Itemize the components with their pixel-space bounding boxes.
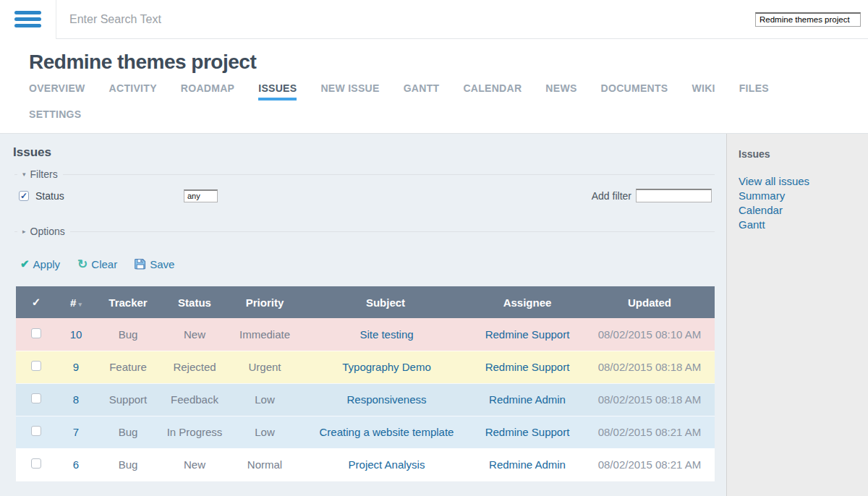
sort-desc-icon: ▾ xyxy=(78,301,82,308)
column-header-assignee[interactable]: Assignee xyxy=(470,286,584,318)
issue-status: New xyxy=(161,318,229,351)
tab-issues[interactable]: ISSUES xyxy=(258,82,297,101)
project-jump-select[interactable]: Redmine themes project xyxy=(755,12,861,27)
tab-settings[interactable]: SETTINGS xyxy=(29,108,81,127)
content-area: Issues ▾ Filters ✓ Status any Add filter xyxy=(0,134,868,496)
tab-gantt[interactable]: GANTT xyxy=(404,82,440,101)
column-header-priority[interactable]: Priority xyxy=(229,286,301,318)
add-filter-label: Add filter xyxy=(592,190,631,202)
issue-updated: 08/02/2015 08:10 AM xyxy=(584,318,715,351)
tab-new-issue[interactable]: NEW ISSUE xyxy=(320,82,379,101)
filters-legend-label: Filters xyxy=(30,168,58,180)
issue-subject-link[interactable]: Site testing xyxy=(359,328,413,341)
status-operator-select[interactable]: any xyxy=(184,189,218,202)
search-input[interactable] xyxy=(69,13,755,26)
save-label: Save xyxy=(150,258,174,270)
row-checkbox[interactable] xyxy=(31,426,41,436)
status-filter-checkbox[interactable]: ✓ xyxy=(19,191,29,201)
row-checkbox[interactable] xyxy=(31,328,41,338)
issues-heading: Issues xyxy=(13,145,716,160)
issue-assignee-link[interactable]: Redmine Support xyxy=(485,426,570,438)
column-header-tracker[interactable]: Tracker xyxy=(95,286,161,318)
row-checkbox[interactable] xyxy=(31,393,41,403)
row-checkbox[interactable] xyxy=(31,361,41,371)
options-fieldset: ▸ Options xyxy=(14,226,715,237)
tab-calendar[interactable]: CALENDAR xyxy=(463,82,522,101)
check-icon: ✔ xyxy=(20,257,30,270)
sidebar-link-calendar[interactable]: Calendar xyxy=(739,203,861,218)
column-header-id[interactable]: #▾ xyxy=(56,286,95,318)
issue-row: 7 Bug In Progress Low Creating a website… xyxy=(16,416,715,448)
tab-documents[interactable]: DOCUMENTS xyxy=(601,82,668,101)
issue-priority: Urgent xyxy=(229,351,301,383)
issue-row: 6 Bug New Normal Project Analysis Redmin… xyxy=(16,448,715,481)
filters-fieldset: ▾ Filters ✓ Status any Add filter xyxy=(14,168,715,214)
sidebar-link-view-all-issues[interactable]: View all issues xyxy=(739,174,861,189)
issue-status: Rejected xyxy=(161,351,229,383)
tab-activity[interactable]: ACTIVITY xyxy=(109,82,157,101)
hamburger-icon xyxy=(14,11,41,14)
sidebar-heading: Issues xyxy=(739,148,861,160)
filter-actions: ✔ Apply ↻ Clear Save xyxy=(20,257,716,270)
sidebar-link-gantt[interactable]: Gantt xyxy=(739,218,861,232)
project-header: Redmine themes project OVERVIEW ACTIVITY… xyxy=(0,39,868,134)
issue-status: New xyxy=(161,448,229,481)
main-column: Issues ▾ Filters ✓ Status any Add filter xyxy=(0,134,726,496)
tab-overview[interactable]: OVERVIEW xyxy=(29,82,85,101)
row-checkbox[interactable] xyxy=(31,458,41,469)
clear-label: Clear xyxy=(91,258,117,270)
issue-row: 8 Support Feedback Low Responsiveness Re… xyxy=(16,383,715,416)
filters-legend[interactable]: ▾ Filters xyxy=(17,168,63,180)
issue-id-link[interactable]: 6 xyxy=(73,458,79,471)
options-legend-label: Options xyxy=(30,226,65,237)
tab-roadmap[interactable]: ROADMAP xyxy=(181,82,234,101)
options-legend[interactable]: ▸ Options xyxy=(17,226,70,237)
issue-assignee-link[interactable]: Redmine Admin xyxy=(489,458,566,471)
right-sidebar: Issues View all issues Summary Calendar … xyxy=(726,134,868,496)
status-filter-row: ✓ Status xyxy=(19,190,184,202)
issue-updated: 08/02/2015 08:21 AM xyxy=(584,416,715,448)
expand-triangle-icon: ▸ xyxy=(22,228,26,235)
issue-tracker: Bug xyxy=(95,448,161,481)
issue-tracker: Bug xyxy=(95,318,161,351)
table-header-row: ✓ #▾ Tracker Status Priority Subject Ass… xyxy=(16,286,715,318)
clear-button[interactable]: ↻ Clear xyxy=(77,258,117,270)
sidebar-link-summary[interactable]: Summary xyxy=(739,189,861,203)
issue-subject-link[interactable]: Typography Demo xyxy=(342,361,431,373)
issue-id-link[interactable]: 8 xyxy=(73,393,79,406)
column-header-subject[interactable]: Subject xyxy=(301,286,470,318)
issue-row: 10 Bug New Immediate Site testing Redmin… xyxy=(16,318,715,351)
hamburger-menu-button[interactable] xyxy=(0,0,56,39)
add-filter-group: Add filter xyxy=(592,189,712,202)
issue-assignee-link[interactable]: Redmine Support xyxy=(485,361,570,373)
issue-subject-link[interactable]: Project Analysis xyxy=(349,458,425,471)
issue-subject-link[interactable]: Creating a website template xyxy=(320,426,454,438)
filters-body: ✓ Status any Add filter xyxy=(14,180,715,214)
tab-news[interactable]: NEWS xyxy=(545,82,576,101)
issue-assignee-link[interactable]: Redmine Admin xyxy=(489,393,566,406)
issue-id-link[interactable]: 9 xyxy=(73,361,79,373)
issue-status: In Progress xyxy=(161,416,229,448)
refresh-icon: ↻ xyxy=(77,258,88,270)
issues-table: ✓ #▾ Tracker Status Priority Subject Ass… xyxy=(16,286,715,482)
issue-priority: Low xyxy=(229,383,301,416)
column-header-updated[interactable]: Updated xyxy=(584,286,715,318)
floppy-disk-icon xyxy=(135,258,146,270)
issue-assignee-link[interactable]: Redmine Support xyxy=(485,328,570,341)
issue-row: 9 Feature Rejected Urgent Typography Dem… xyxy=(16,351,715,383)
add-filter-select[interactable] xyxy=(636,189,712,202)
issue-id-link[interactable]: 10 xyxy=(70,328,82,341)
top-bar: Redmine themes project xyxy=(0,0,868,39)
issue-priority: Low xyxy=(229,416,301,448)
select-all-checkmark[interactable]: ✓ xyxy=(16,286,56,318)
apply-button[interactable]: ✔ Apply xyxy=(20,257,60,270)
issue-priority: Normal xyxy=(229,448,301,481)
column-header-status[interactable]: Status xyxy=(161,286,229,318)
status-filter-label: Status xyxy=(35,190,64,202)
tab-wiki[interactable]: WIKI xyxy=(692,82,715,101)
issue-updated: 08/02/2015 08:18 AM xyxy=(584,383,715,416)
save-button[interactable]: Save xyxy=(135,258,174,270)
issue-id-link[interactable]: 7 xyxy=(73,426,79,438)
tab-files[interactable]: FILES xyxy=(739,82,769,101)
issue-subject-link[interactable]: Responsiveness xyxy=(346,393,426,406)
